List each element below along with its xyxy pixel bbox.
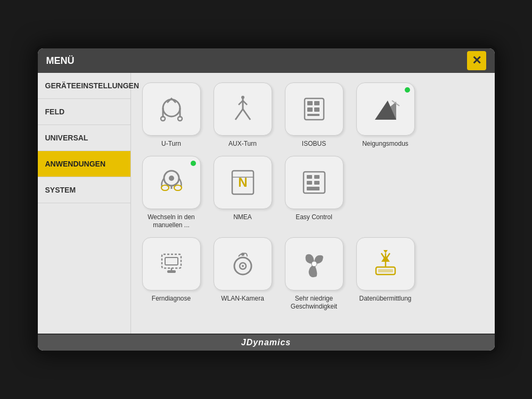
sidebar-item-geraeteeinstellungen[interactable]: GERÄTEEINSTELLUNGEN bbox=[38, 73, 130, 99]
tile-label-easy-control: Easy Control bbox=[296, 213, 332, 222]
status-dot-neigungsmodus bbox=[405, 87, 410, 93]
tile-niedrige-geschwindigkeit[interactable]: Sehr niedrige Geschwindigkeit bbox=[282, 237, 346, 311]
main-area: GERÄTEEINSTELLUNGEN FELD UNIVERSAL ANWEN… bbox=[38, 73, 495, 334]
data-transfer-icon bbox=[370, 248, 402, 280]
tile-icon-neigungsmodus bbox=[356, 82, 415, 136]
ferndiagnose-icon bbox=[155, 248, 187, 280]
tile-label-datenuebermittlung: Datenübermittlung bbox=[359, 295, 411, 303]
tile-ferndiagnose[interactable]: Ferndiagnose bbox=[140, 237, 203, 311]
tile-label-u-turn: U-Turn bbox=[161, 140, 181, 148]
tile-icon-ferndiagnose bbox=[142, 237, 201, 290]
svg-rect-25 bbox=[307, 175, 312, 179]
tile-label-isobus: ISOBUS bbox=[302, 140, 326, 148]
aux-turn-icon bbox=[227, 93, 259, 125]
svg-point-20 bbox=[174, 185, 182, 190]
tile-icon-wlan-kamera bbox=[214, 237, 272, 290]
status-dot-manuell bbox=[191, 161, 196, 166]
tile-manuell[interactable]: Wechseln in den manuellen ... bbox=[140, 156, 203, 230]
header: MENÜ ✕ bbox=[38, 48, 495, 73]
sidebar: GERÄTEEINSTELLUNGEN FELD UNIVERSAL ANWEN… bbox=[38, 73, 131, 334]
svg-rect-10 bbox=[307, 107, 313, 112]
svg-rect-12 bbox=[307, 114, 320, 116]
u-turn-icon bbox=[155, 93, 187, 125]
tile-label-nmea: NMEA bbox=[233, 213, 252, 222]
isobus-icon bbox=[298, 93, 330, 125]
easy-control-icon bbox=[298, 167, 330, 198]
svg-point-38 bbox=[312, 261, 317, 267]
tile-wlan-kamera[interactable]: WLAN-Kamera bbox=[211, 237, 275, 311]
tile-icon-niedrige-geschwindigkeit bbox=[285, 237, 343, 290]
tile-icon-datenuebermittlung bbox=[356, 237, 415, 290]
svg-rect-31 bbox=[165, 257, 178, 265]
tile-label-wlan-kamera: WLAN-Kamera bbox=[221, 295, 264, 303]
tile-label-neigungsmodus: Neigungsmodus bbox=[362, 140, 408, 148]
svg-point-17 bbox=[169, 176, 174, 181]
svg-rect-26 bbox=[314, 175, 320, 179]
close-button[interactable]: ✕ bbox=[467, 51, 486, 70]
tile-easy-control[interactable]: Easy Control bbox=[282, 156, 346, 230]
svg-point-3 bbox=[161, 117, 165, 121]
tile-label-niedrige-geschwindigkeit: Sehr niedrige Geschwindigkeit bbox=[282, 295, 346, 311]
sidebar-item-universal[interactable]: UNIVERSAL bbox=[38, 125, 130, 151]
camera-icon bbox=[227, 248, 259, 280]
fan-icon bbox=[298, 248, 330, 280]
sidebar-item-feld[interactable]: FELD bbox=[38, 99, 130, 125]
svg-rect-27 bbox=[307, 181, 312, 185]
tile-nmea[interactable]: N NMEA bbox=[211, 156, 275, 230]
svg-rect-11 bbox=[314, 107, 320, 112]
sidebar-item-anwendungen[interactable]: ANWENDUNGEN bbox=[38, 151, 130, 177]
svg-rect-28 bbox=[314, 181, 320, 185]
svg-rect-40 bbox=[378, 269, 393, 272]
tile-label-manuell: Wechseln in den manuellen ... bbox=[140, 213, 203, 230]
svg-point-4 bbox=[178, 117, 182, 121]
tile-label-aux-turn: AUX-Turn bbox=[228, 140, 257, 148]
svg-point-19 bbox=[161, 185, 169, 190]
tile-label-ferndiagnose: Ferndiagnose bbox=[152, 295, 191, 303]
screen-inner: MENÜ ✕ GERÄTEEINSTELLUNGEN FELD UNIVERSA… bbox=[38, 48, 495, 351]
tile-icon-u-turn bbox=[142, 82, 201, 136]
svg-rect-29 bbox=[307, 187, 320, 190]
brand-name: JDynamics bbox=[241, 338, 291, 347]
grid-row-3: Ferndiagnose bbox=[140, 237, 486, 311]
tile-icon-easy-control bbox=[285, 156, 343, 209]
screen-outer: MENÜ ✕ GERÄTEEINSTELLUNGEN FELD UNIVERSA… bbox=[35, 45, 498, 354]
neigungsmodus-icon bbox=[370, 93, 402, 125]
svg-rect-32 bbox=[167, 270, 176, 273]
svg-rect-8 bbox=[307, 101, 313, 105]
header-title: MENÜ bbox=[46, 55, 75, 66]
sidebar-item-system[interactable]: SYSTEM bbox=[38, 177, 130, 203]
brand-bar: JDynamics bbox=[38, 334, 495, 351]
svg-point-37 bbox=[241, 253, 244, 256]
tile-icon-isobus bbox=[285, 82, 343, 136]
tile-datenuebermittlung[interactable]: Datenübermittlung bbox=[354, 237, 418, 311]
tile-neigungsmodus[interactable]: Neigungsmodus bbox=[354, 82, 418, 148]
svg-point-6 bbox=[241, 96, 244, 99]
svg-point-0 bbox=[163, 99, 180, 117]
tile-aux-turn[interactable]: AUX-Turn bbox=[211, 82, 275, 148]
tile-isobus[interactable]: ISOBUS bbox=[282, 82, 346, 148]
tile-icon-nmea: N bbox=[214, 156, 272, 209]
nmea-icon: N bbox=[227, 167, 259, 198]
tile-icon-aux-turn bbox=[214, 82, 272, 136]
grid-row-1: U-Turn AUX-Tu bbox=[140, 82, 486, 148]
tile-u-turn[interactable]: U-Turn bbox=[140, 82, 203, 148]
svg-rect-9 bbox=[314, 101, 320, 105]
tile-icon-manuell bbox=[142, 156, 201, 209]
content-area: U-Turn AUX-Tu bbox=[131, 73, 495, 334]
grid-row-2: Wechseln in den manuellen ... N NMEA bbox=[140, 156, 486, 230]
steering-icon bbox=[155, 167, 187, 198]
svg-point-36 bbox=[242, 265, 244, 267]
